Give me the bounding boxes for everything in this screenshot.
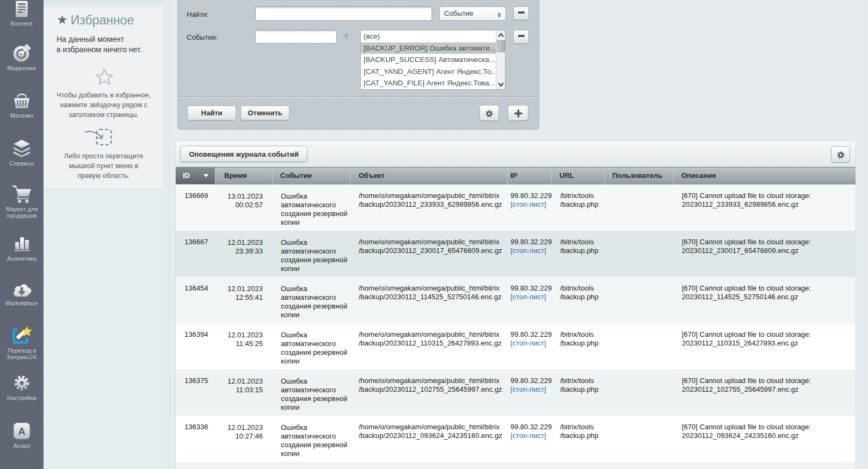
svg-text:A: A: [19, 426, 26, 437]
